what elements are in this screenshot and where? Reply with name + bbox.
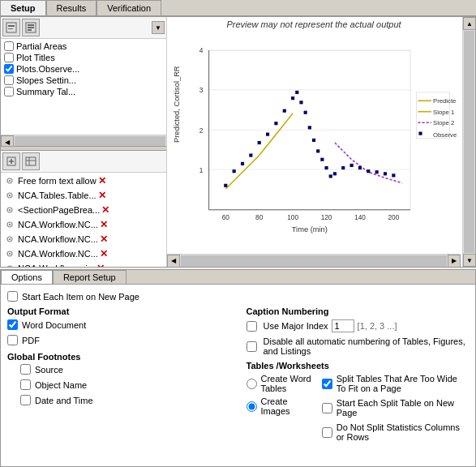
pdf-check[interactable]	[7, 335, 18, 345]
source-check[interactable]	[20, 364, 31, 375]
svg-rect-66	[341, 166, 345, 169]
tables-worksheets-label: Tables /Worksheets	[247, 361, 470, 371]
svg-rect-64	[329, 174, 332, 178]
preview-vscroll-thumb[interactable]	[464, 31, 474, 253]
list-item-6[interactable]: NCA.Workflow.uri... ✕	[2, 261, 165, 267]
lower-content: Start Each Item on New Page Output Forma…	[1, 285, 475, 466]
list-item-label-5: NCA.Workflow.NC...	[18, 249, 98, 259]
tree-item-label-summary-tal: Summary Tal...	[16, 87, 75, 96]
svg-rect-67	[350, 164, 354, 167]
left-col: Output Format Word Document PDF Global F…	[7, 306, 230, 447]
remove-icon-3[interactable]: ✕	[100, 219, 108, 230]
create-word-tables-row: Create Word Tables	[247, 374, 314, 393]
tab-verification[interactable]: Verification	[96, 0, 161, 15]
start-new-page-check[interactable]	[7, 291, 18, 302]
svg-rect-0	[6, 23, 16, 32]
word-doc-check[interactable]	[7, 319, 18, 330]
chart-wrapper: Predicted, Cortisol_RR 4	[167, 32, 461, 254]
tree-item-slopes-settin[interactable]: Slopes Settin...	[2, 75, 165, 86]
tree-scroll-down[interactable]: ▼	[152, 21, 165, 34]
preview-hscroll-left[interactable]: ◀	[167, 255, 180, 268]
do-not-split-row: Do Not Split Statistics Columns or Rows	[322, 422, 469, 442]
list-item-5[interactable]: NCA.Workflow.NC... ✕	[2, 246, 165, 261]
remove-icon-1[interactable]: ✕	[98, 190, 106, 201]
tables-checkboxes: Split Tables That Are Too Wide To Fit on…	[322, 374, 469, 447]
svg-point-25	[7, 266, 12, 267]
object-name-row: Object Name	[20, 379, 230, 390]
lower-tab-report-setup[interactable]: Report Setup	[53, 270, 127, 284]
tree-item-partial-areas[interactable]: Partial Areas	[2, 41, 165, 52]
caption-numbering-label: Caption Numbering	[247, 306, 470, 316]
split-tables-check[interactable]	[322, 379, 332, 389]
list-item-0[interactable]: Free form text allow ✕	[2, 174, 165, 188]
svg-text:2: 2	[199, 127, 204, 135]
remove-icon-2[interactable]: ✕	[101, 204, 109, 216]
svg-text:60: 60	[222, 214, 230, 221]
list-item-1[interactable]: NCA.Tables.Table... ✕	[2, 188, 165, 203]
preview-scroll-down[interactable]: ▼	[463, 254, 475, 267]
svg-rect-68	[358, 166, 362, 169]
list-item-2[interactable]: <SectionPageBrea... ✕	[2, 203, 165, 217]
list-item-4[interactable]: NCA.Workflow.NC... ✕	[2, 232, 165, 246]
remove-icon-4[interactable]: ✕	[100, 234, 108, 245]
tree-item-label-partial-areas: Partial Areas	[16, 41, 66, 51]
tab-setup[interactable]: Setup	[0, 0, 46, 15]
tree-check-summary-tal[interactable]	[4, 87, 14, 96]
svg-point-16	[9, 195, 11, 196]
list-btn-2[interactable]	[22, 152, 40, 170]
tree-check-partial-areas[interactable]	[4, 41, 14, 51]
word-doc-row: Word Document	[7, 319, 230, 330]
tab-results[interactable]: Results	[46, 0, 97, 15]
major-index-input[interactable]	[332, 319, 354, 332]
major-index-label: Use Major Index	[264, 321, 328, 331]
preview-scroll-up[interactable]: ▲	[463, 17, 475, 30]
tree-check-plots-observe[interactable]	[4, 64, 14, 74]
svg-text:4: 4	[199, 47, 204, 54]
svg-text:120: 120	[321, 214, 332, 221]
svg-text:Slope 1: Slope 1	[433, 109, 454, 116]
word-doc-label: Word Document	[22, 320, 86, 330]
list-item-label-6: NCA.Workflow.uri...	[18, 263, 95, 267]
tree-hscroll-thumb[interactable]	[15, 136, 165, 146]
list-btn-1[interactable]	[2, 152, 20, 170]
svg-rect-6	[28, 29, 32, 31]
create-images-radio[interactable]	[247, 401, 257, 412]
date-time-check[interactable]	[20, 395, 31, 405]
start-each-split-row: Start Each Split Table on New Page	[322, 398, 469, 418]
svg-text:100: 100	[287, 214, 298, 221]
tree-btn-1[interactable]	[2, 19, 20, 36]
major-index-check[interactable]	[247, 321, 257, 332]
tree-item-plots-observe[interactable]: Plots.Observe...	[2, 63, 165, 75]
right-col: Caption Numbering Use Major Index [1, 2,…	[247, 306, 470, 447]
preview-hscroll-thumb[interactable]	[181, 255, 447, 267]
tables-options: Create Word Tables Create Images	[247, 374, 470, 447]
gear-icon-6	[3, 262, 16, 267]
global-footnotes-section: Global Footnotes Source Object Name Date…	[7, 352, 230, 405]
tree-item-plot-titles[interactable]: Plot Titles	[2, 52, 165, 63]
disable-numbering-check[interactable]	[247, 341, 257, 352]
tree-btn-2[interactable]	[22, 19, 40, 36]
object-name-check[interactable]	[20, 379, 31, 390]
start-each-split-check[interactable]	[322, 403, 332, 413]
gear-icon-0	[3, 174, 16, 187]
tree-item-summary-tal[interactable]: Summary Tal...	[2, 86, 165, 97]
svg-rect-62	[320, 158, 324, 161]
tree-check-plot-titles[interactable]	[4, 53, 14, 62]
global-footnotes-label: Global Footnotes	[7, 352, 230, 362]
lower-tab-options[interactable]: Options	[1, 270, 53, 284]
create-word-tables-label: Create Word Tables	[261, 374, 314, 393]
remove-icon-0[interactable]: ✕	[98, 175, 106, 186]
svg-text:1: 1	[199, 167, 204, 174]
do-not-split-check[interactable]	[322, 427, 332, 438]
svg-point-24	[9, 253, 11, 255]
create-word-tables-radio[interactable]	[247, 379, 257, 389]
tree-check-slopes-settin[interactable]	[4, 75, 14, 85]
remove-icon-5[interactable]: ✕	[100, 248, 108, 259]
tree-item-label-plots-observe: Plots.Observe...	[16, 64, 79, 74]
preview-hscroll-right[interactable]: ▶	[448, 255, 461, 268]
remove-icon-6[interactable]: ✕	[96, 263, 105, 267]
svg-rect-51	[258, 141, 261, 144]
list-item-3[interactable]: NCA.Workflow.NC... ✕	[2, 217, 165, 232]
list-item-label-4: NCA.Workflow.NC...	[18, 234, 98, 244]
create-images-row: Create Images	[247, 396, 314, 416]
